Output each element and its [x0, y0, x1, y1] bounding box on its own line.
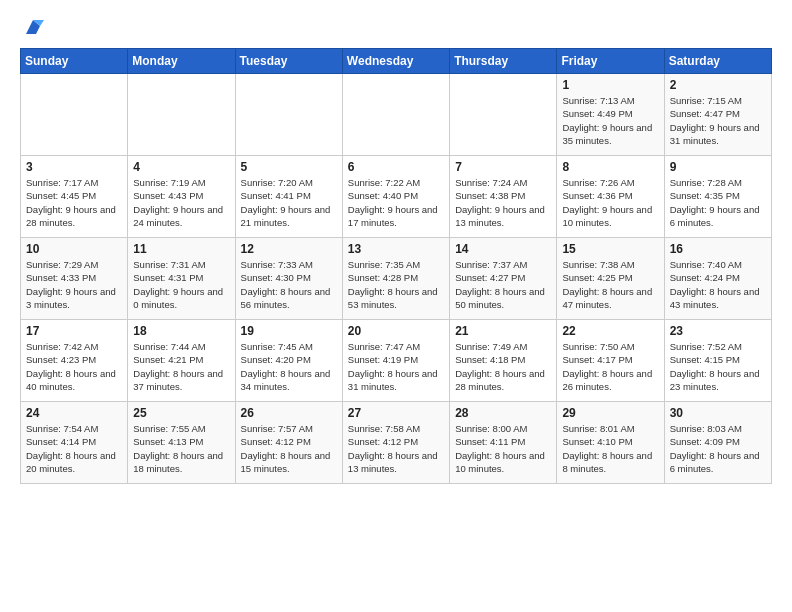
day-number: 4	[133, 160, 229, 174]
day-number: 27	[348, 406, 444, 420]
day-info: Sunrise: 7:13 AMSunset: 4:49 PMDaylight:…	[562, 94, 658, 147]
week-row-2: 3Sunrise: 7:17 AMSunset: 4:45 PMDaylight…	[21, 156, 772, 238]
weekday-header-saturday: Saturday	[664, 49, 771, 74]
day-number: 16	[670, 242, 766, 256]
week-row-4: 17Sunrise: 7:42 AMSunset: 4:23 PMDayligh…	[21, 320, 772, 402]
calendar-cell: 23Sunrise: 7:52 AMSunset: 4:15 PMDayligh…	[664, 320, 771, 402]
day-number: 21	[455, 324, 551, 338]
calendar-header: SundayMondayTuesdayWednesdayThursdayFrid…	[21, 49, 772, 74]
calendar-cell: 29Sunrise: 8:01 AMSunset: 4:10 PMDayligh…	[557, 402, 664, 484]
day-info: Sunrise: 7:17 AMSunset: 4:45 PMDaylight:…	[26, 176, 122, 229]
calendar-cell: 22Sunrise: 7:50 AMSunset: 4:17 PMDayligh…	[557, 320, 664, 402]
day-info: Sunrise: 8:03 AMSunset: 4:09 PMDaylight:…	[670, 422, 766, 475]
weekday-row: SundayMondayTuesdayWednesdayThursdayFrid…	[21, 49, 772, 74]
header	[20, 16, 772, 38]
calendar-cell	[235, 74, 342, 156]
calendar-cell: 27Sunrise: 7:58 AMSunset: 4:12 PMDayligh…	[342, 402, 449, 484]
day-info: Sunrise: 7:35 AMSunset: 4:28 PMDaylight:…	[348, 258, 444, 311]
logo-icon	[22, 16, 44, 38]
day-number: 17	[26, 324, 122, 338]
day-info: Sunrise: 7:42 AMSunset: 4:23 PMDaylight:…	[26, 340, 122, 393]
day-number: 26	[241, 406, 337, 420]
calendar-cell: 7Sunrise: 7:24 AMSunset: 4:38 PMDaylight…	[450, 156, 557, 238]
weekday-header-sunday: Sunday	[21, 49, 128, 74]
day-info: Sunrise: 7:26 AMSunset: 4:36 PMDaylight:…	[562, 176, 658, 229]
calendar-cell: 17Sunrise: 7:42 AMSunset: 4:23 PMDayligh…	[21, 320, 128, 402]
calendar-cell: 10Sunrise: 7:29 AMSunset: 4:33 PMDayligh…	[21, 238, 128, 320]
day-info: Sunrise: 7:44 AMSunset: 4:21 PMDaylight:…	[133, 340, 229, 393]
calendar-cell: 3Sunrise: 7:17 AMSunset: 4:45 PMDaylight…	[21, 156, 128, 238]
day-number: 14	[455, 242, 551, 256]
day-number: 22	[562, 324, 658, 338]
calendar-cell: 15Sunrise: 7:38 AMSunset: 4:25 PMDayligh…	[557, 238, 664, 320]
day-info: Sunrise: 7:50 AMSunset: 4:17 PMDaylight:…	[562, 340, 658, 393]
day-number: 2	[670, 78, 766, 92]
day-number: 8	[562, 160, 658, 174]
day-number: 20	[348, 324, 444, 338]
day-info: Sunrise: 7:24 AMSunset: 4:38 PMDaylight:…	[455, 176, 551, 229]
day-number: 3	[26, 160, 122, 174]
calendar-cell: 19Sunrise: 7:45 AMSunset: 4:20 PMDayligh…	[235, 320, 342, 402]
day-info: Sunrise: 7:40 AMSunset: 4:24 PMDaylight:…	[670, 258, 766, 311]
day-info: Sunrise: 7:15 AMSunset: 4:47 PMDaylight:…	[670, 94, 766, 147]
calendar-cell: 1Sunrise: 7:13 AMSunset: 4:49 PMDaylight…	[557, 74, 664, 156]
day-number: 15	[562, 242, 658, 256]
day-info: Sunrise: 7:22 AMSunset: 4:40 PMDaylight:…	[348, 176, 444, 229]
day-number: 6	[348, 160, 444, 174]
calendar-cell: 13Sunrise: 7:35 AMSunset: 4:28 PMDayligh…	[342, 238, 449, 320]
day-number: 18	[133, 324, 229, 338]
day-number: 1	[562, 78, 658, 92]
calendar-body: 1Sunrise: 7:13 AMSunset: 4:49 PMDaylight…	[21, 74, 772, 484]
calendar-cell	[21, 74, 128, 156]
week-row-3: 10Sunrise: 7:29 AMSunset: 4:33 PMDayligh…	[21, 238, 772, 320]
weekday-header-monday: Monday	[128, 49, 235, 74]
calendar-cell: 2Sunrise: 7:15 AMSunset: 4:47 PMDaylight…	[664, 74, 771, 156]
week-row-5: 24Sunrise: 7:54 AMSunset: 4:14 PMDayligh…	[21, 402, 772, 484]
day-number: 5	[241, 160, 337, 174]
calendar-cell: 26Sunrise: 7:57 AMSunset: 4:12 PMDayligh…	[235, 402, 342, 484]
day-info: Sunrise: 7:33 AMSunset: 4:30 PMDaylight:…	[241, 258, 337, 311]
day-info: Sunrise: 7:38 AMSunset: 4:25 PMDaylight:…	[562, 258, 658, 311]
calendar-cell	[450, 74, 557, 156]
calendar-cell: 21Sunrise: 7:49 AMSunset: 4:18 PMDayligh…	[450, 320, 557, 402]
day-number: 10	[26, 242, 122, 256]
calendar-cell: 16Sunrise: 7:40 AMSunset: 4:24 PMDayligh…	[664, 238, 771, 320]
day-number: 25	[133, 406, 229, 420]
calendar-cell: 4Sunrise: 7:19 AMSunset: 4:43 PMDaylight…	[128, 156, 235, 238]
day-number: 28	[455, 406, 551, 420]
day-number: 9	[670, 160, 766, 174]
day-info: Sunrise: 7:45 AMSunset: 4:20 PMDaylight:…	[241, 340, 337, 393]
day-number: 7	[455, 160, 551, 174]
day-info: Sunrise: 7:55 AMSunset: 4:13 PMDaylight:…	[133, 422, 229, 475]
day-info: Sunrise: 8:01 AMSunset: 4:10 PMDaylight:…	[562, 422, 658, 475]
weekday-header-wednesday: Wednesday	[342, 49, 449, 74]
calendar: SundayMondayTuesdayWednesdayThursdayFrid…	[20, 48, 772, 484]
calendar-cell: 24Sunrise: 7:54 AMSunset: 4:14 PMDayligh…	[21, 402, 128, 484]
day-info: Sunrise: 7:54 AMSunset: 4:14 PMDaylight:…	[26, 422, 122, 475]
calendar-cell: 12Sunrise: 7:33 AMSunset: 4:30 PMDayligh…	[235, 238, 342, 320]
page: SundayMondayTuesdayWednesdayThursdayFrid…	[0, 0, 792, 612]
weekday-header-thursday: Thursday	[450, 49, 557, 74]
calendar-cell: 6Sunrise: 7:22 AMSunset: 4:40 PMDaylight…	[342, 156, 449, 238]
calendar-cell: 20Sunrise: 7:47 AMSunset: 4:19 PMDayligh…	[342, 320, 449, 402]
day-info: Sunrise: 7:29 AMSunset: 4:33 PMDaylight:…	[26, 258, 122, 311]
day-number: 19	[241, 324, 337, 338]
calendar-cell: 8Sunrise: 7:26 AMSunset: 4:36 PMDaylight…	[557, 156, 664, 238]
day-number: 24	[26, 406, 122, 420]
day-info: Sunrise: 7:37 AMSunset: 4:27 PMDaylight:…	[455, 258, 551, 311]
logo	[20, 16, 44, 38]
day-info: Sunrise: 7:28 AMSunset: 4:35 PMDaylight:…	[670, 176, 766, 229]
day-info: Sunrise: 7:58 AMSunset: 4:12 PMDaylight:…	[348, 422, 444, 475]
calendar-cell: 14Sunrise: 7:37 AMSunset: 4:27 PMDayligh…	[450, 238, 557, 320]
day-info: Sunrise: 7:49 AMSunset: 4:18 PMDaylight:…	[455, 340, 551, 393]
calendar-cell: 28Sunrise: 8:00 AMSunset: 4:11 PMDayligh…	[450, 402, 557, 484]
calendar-cell: 11Sunrise: 7:31 AMSunset: 4:31 PMDayligh…	[128, 238, 235, 320]
day-info: Sunrise: 7:31 AMSunset: 4:31 PMDaylight:…	[133, 258, 229, 311]
calendar-cell: 25Sunrise: 7:55 AMSunset: 4:13 PMDayligh…	[128, 402, 235, 484]
calendar-cell	[128, 74, 235, 156]
day-info: Sunrise: 7:19 AMSunset: 4:43 PMDaylight:…	[133, 176, 229, 229]
day-number: 12	[241, 242, 337, 256]
day-info: Sunrise: 7:52 AMSunset: 4:15 PMDaylight:…	[670, 340, 766, 393]
calendar-cell: 5Sunrise: 7:20 AMSunset: 4:41 PMDaylight…	[235, 156, 342, 238]
day-info: Sunrise: 7:47 AMSunset: 4:19 PMDaylight:…	[348, 340, 444, 393]
